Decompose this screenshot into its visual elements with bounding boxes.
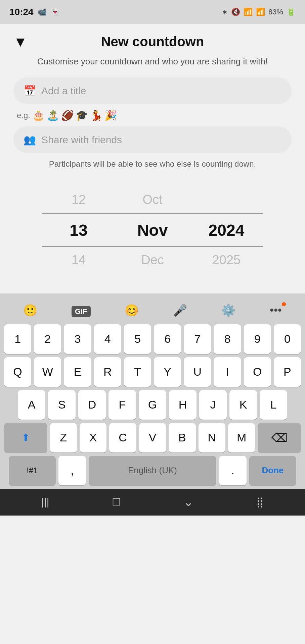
key-i[interactable]: I	[214, 357, 241, 387]
key-h[interactable]: H	[169, 390, 197, 420]
zxcv-row: ⬆ Z X C V B N M ⌫	[4, 423, 301, 452]
shift-key[interactable]: ⬆	[4, 423, 47, 452]
example-emoji-2: 🏝️	[47, 109, 59, 121]
mic-button[interactable]: 🎤	[169, 302, 191, 318]
back-chevron[interactable]: ▼	[13, 34, 28, 50]
recents-nav-button[interactable]: ⌄	[183, 495, 193, 509]
bottom-row: !#1 , English (UK) . Done	[4, 456, 301, 485]
main-content: ▼ New countdown Customise your countdown…	[0, 24, 305, 293]
year-below[interactable]: 2025	[189, 247, 263, 273]
gif-button[interactable]: GIF	[68, 302, 95, 318]
page-title: New countdown	[101, 34, 204, 49]
key-k[interactable]: K	[229, 390, 257, 420]
key-t[interactable]: T	[124, 357, 151, 387]
comma-key[interactable]: ,	[58, 456, 86, 485]
header: ▼ New countdown	[13, 34, 292, 49]
day-picker-column[interactable]: 12 13 14	[42, 186, 116, 273]
keyboard-rows: 1 2 3 4 5 6 7 8 9 0 Q W E R T Y U I O P …	[3, 324, 302, 489]
date-picker[interactable]: 12 13 14 Oct Nov Dec 2024 2025	[13, 180, 292, 280]
key-x[interactable]: X	[80, 423, 106, 452]
day-selected[interactable]: 13	[42, 214, 116, 247]
key-9[interactable]: 9	[244, 324, 271, 354]
month-below[interactable]: Dec	[116, 247, 189, 273]
key-w[interactable]: W	[34, 357, 61, 387]
example-emoji-6: 🎉	[104, 109, 117, 121]
key-6[interactable]: 6	[154, 324, 181, 354]
day-below[interactable]: 14	[42, 247, 116, 273]
more-button[interactable]: •••	[266, 302, 286, 318]
bluetooth-icon: ∗	[222, 8, 228, 16]
settings-button[interactable]: ⚙️	[217, 302, 239, 318]
home-nav-button[interactable]: ☐	[112, 496, 121, 508]
key-y[interactable]: Y	[154, 357, 181, 387]
year-selected[interactable]: 2024	[189, 214, 263, 247]
month-above[interactable]: Oct	[116, 186, 189, 214]
key-3[interactable]: 3	[64, 324, 91, 354]
key-p[interactable]: P	[274, 357, 301, 387]
sticker-button[interactable]: 🙂	[19, 302, 41, 318]
symbol-key[interactable]: !#1	[9, 456, 56, 485]
key-j[interactable]: J	[199, 390, 227, 420]
examples-label: e.g.	[17, 111, 30, 120]
key-z[interactable]: Z	[50, 423, 77, 452]
key-8[interactable]: 8	[214, 324, 241, 354]
key-c[interactable]: C	[109, 423, 136, 452]
keyboard-toolbar: 🙂 GIF 😊 🎤 ⚙️ •••	[3, 298, 302, 324]
share-description: Participants will be able to see who els…	[13, 158, 292, 170]
key-s[interactable]: S	[48, 390, 76, 420]
key-4[interactable]: 4	[94, 324, 121, 354]
title-input-field[interactable]: 📅 Add a title	[13, 77, 292, 104]
key-r[interactable]: R	[94, 357, 121, 387]
key-n[interactable]: N	[199, 423, 225, 452]
key-2[interactable]: 2	[34, 324, 61, 354]
key-l[interactable]: L	[260, 390, 287, 420]
key-1[interactable]: 1	[4, 324, 31, 354]
subtitle: Customise your countdown and who you are…	[13, 55, 292, 67]
key-d[interactable]: D	[78, 390, 106, 420]
key-v[interactable]: V	[139, 423, 166, 452]
example-emoji-5: 💃	[90, 109, 102, 121]
day-above[interactable]: 12	[42, 186, 116, 214]
status-bar-left: 10:24 📹 👻	[9, 7, 60, 17]
back-nav-button[interactable]: |||	[41, 496, 49, 508]
mute-icon: 🔇	[231, 8, 240, 16]
key-m[interactable]: M	[228, 423, 255, 452]
key-g[interactable]: G	[139, 390, 166, 420]
key-7[interactable]: 7	[184, 324, 211, 354]
month-picker-column[interactable]: Oct Nov Dec	[116, 186, 189, 273]
key-o[interactable]: O	[244, 357, 271, 387]
example-emoji-3: 🏈	[61, 109, 74, 121]
keyboard: 🙂 GIF 😊 🎤 ⚙️ ••• 1 2 3 4 5 6 7 8 9 0 Q W	[0, 293, 305, 489]
done-key[interactable]: Done	[249, 456, 296, 485]
space-key[interactable]: English (UK)	[89, 456, 216, 485]
number-row: 1 2 3 4 5 6 7 8 9 0	[4, 324, 301, 354]
month-selected[interactable]: Nov	[116, 214, 189, 247]
signal-icon: 📶	[256, 8, 265, 16]
status-bar-right: ∗ 🔇 📶 📶 83% 🔋	[222, 8, 296, 16]
key-0[interactable]: 0	[274, 324, 301, 354]
battery-icon: 🔋	[287, 8, 296, 16]
period-key[interactable]: .	[219, 456, 247, 485]
wifi-icon: 📶	[244, 8, 253, 16]
year-above	[189, 186, 263, 214]
notification-dot	[282, 302, 286, 306]
shift-icon: ⬆	[21, 432, 30, 443]
key-f[interactable]: F	[108, 390, 136, 420]
backspace-key[interactable]: ⌫	[258, 423, 301, 452]
year-picker-column[interactable]: 2024 2025	[189, 186, 263, 273]
key-5[interactable]: 5	[124, 324, 151, 354]
emoji-button[interactable]: 😊	[121, 302, 143, 318]
share-placeholder: Share with friends	[41, 134, 122, 146]
title-placeholder: Add a title	[41, 85, 86, 97]
key-e[interactable]: E	[64, 357, 91, 387]
key-a[interactable]: A	[18, 390, 45, 420]
share-input-field[interactable]: 👥 Share with friends	[13, 126, 292, 153]
apps-nav-button[interactable]: ⣿	[256, 496, 264, 508]
key-u[interactable]: U	[184, 357, 211, 387]
qwerty-row: Q W E R T Y U I O P	[4, 357, 301, 387]
key-b[interactable]: B	[169, 423, 195, 452]
status-bar: 10:24 📹 👻 ∗ 🔇 📶 📶 83% 🔋	[0, 0, 305, 24]
snapchat-icon: 👻	[51, 8, 60, 16]
bottom-nav: ||| ☐ ⌄ ⣿	[0, 489, 305, 516]
key-q[interactable]: Q	[4, 357, 31, 387]
